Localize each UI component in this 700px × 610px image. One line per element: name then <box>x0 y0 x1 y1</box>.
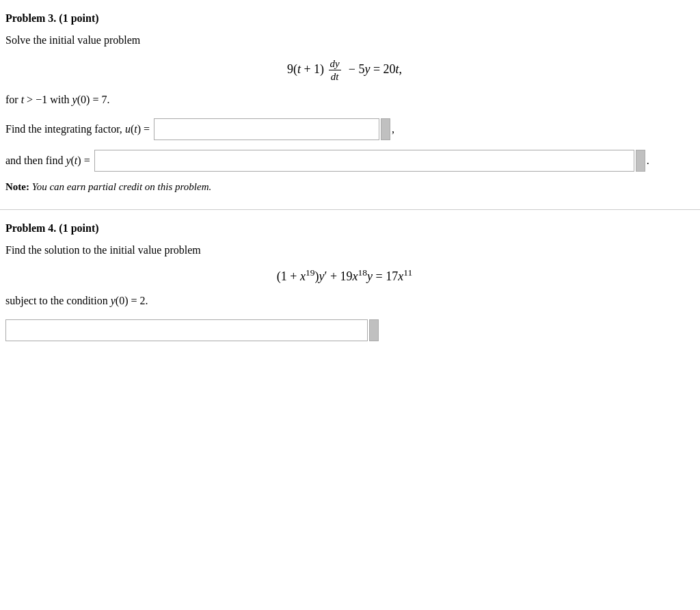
problem4-title: Problem 4. (1 point) <box>5 222 684 235</box>
problem3-title: Problem 3. (1 point) <box>5 12 684 25</box>
problem4-section: Problem 4. (1 point) Find the solution t… <box>0 210 700 367</box>
problem4-equation: (1 + x19)y′ + 19x18y = 17x11 <box>5 267 684 284</box>
yt-scrollbar[interactable] <box>636 150 645 172</box>
problem4-scrollbar[interactable] <box>369 319 379 341</box>
problem3-section: Problem 3. (1 point) Solve the initial v… <box>0 0 700 210</box>
integrating-factor-scrollbar[interactable] <box>381 118 390 140</box>
dt-denominator: dt <box>329 70 340 83</box>
yt-row: and then find y(t) = . <box>5 150 684 172</box>
equation4-text: (1 + x19)y′ + 19x18y = 17x11 <box>277 267 412 284</box>
note-label: Note: <box>5 181 29 192</box>
integrating-factor-label: Find the integrating factor, u(t) = <box>5 123 150 135</box>
problem3-points: (1 point) <box>59 12 98 24</box>
equation-text: 9(t + 1) dy dt − 5y = 20t, <box>287 57 402 83</box>
yt-input[interactable] <box>94 150 634 172</box>
note-text: You can earn partial credit on this prob… <box>32 181 212 192</box>
yt-label: and then find y(t) = <box>5 155 90 167</box>
comma-after-u: , <box>392 123 394 135</box>
page-container: Problem 3. (1 point) Solve the initial v… <box>0 0 700 367</box>
problem4-label: Problem 4. <box>5 222 56 234</box>
problem4-answer-input[interactable] <box>5 319 368 341</box>
dy-numerator: dy <box>329 57 341 70</box>
problem3-condition: for t > −1 with y(0) = 7. <box>5 94 684 106</box>
problem3-label: Problem 3. <box>5 12 56 24</box>
period-after-y: . <box>647 155 649 167</box>
problem4-answer-row <box>5 319 684 341</box>
problem4-condition: subject to the condition y(0) = 2. <box>5 295 684 307</box>
problem3-equation: 9(t + 1) dy dt − 5y = 20t, <box>5 57 684 83</box>
problem4-intro: Find the solution to the initial value p… <box>5 244 684 256</box>
integrating-factor-row: Find the integrating factor, u(t) = , <box>5 118 684 140</box>
integrating-factor-input[interactable] <box>154 118 379 140</box>
problem3-note: Note: You can earn partial credit on thi… <box>5 181 684 193</box>
problem4-points: (1 point) <box>59 222 98 234</box>
problem3-intro: Solve the initial value problem <box>5 34 684 47</box>
